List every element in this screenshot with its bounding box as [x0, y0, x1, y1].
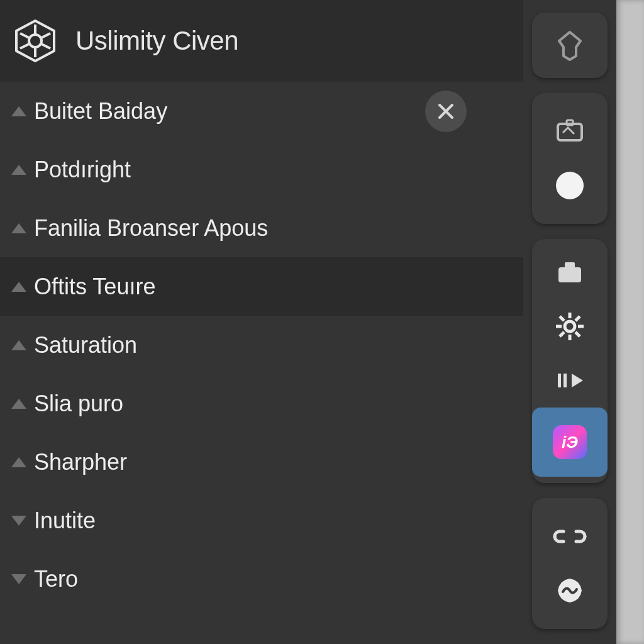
svg-marker-10 — [559, 32, 580, 60]
list-item-label: Inutite — [34, 508, 96, 534]
card-button[interactable] — [532, 104, 608, 158]
tool-sidebar: iЭ — [523, 0, 616, 644]
circle-button[interactable] — [532, 158, 608, 213]
list-item[interactable]: Tero — [0, 550, 523, 608]
list-item-label: Buitet Baiday — [34, 98, 167, 125]
list-item[interactable]: Fanilia Broanser Apous — [0, 199, 523, 257]
pin-button[interactable] — [532, 26, 608, 64]
list-item-label: Slia puro — [34, 391, 123, 417]
svg-line-21 — [575, 332, 580, 336]
list-item[interactable]: Sharpher — [0, 433, 523, 491]
wave-icon — [554, 575, 586, 606]
svg-point-15 — [565, 321, 575, 331]
triangle-up-icon — [11, 223, 26, 233]
header: Uslimity Civen — [0, 0, 523, 82]
link-icon — [552, 529, 587, 544]
camera-button[interactable] — [532, 245, 608, 299]
main-column: Uslimity Civen Buitet Baiday Potdıright — [0, 0, 523, 644]
list-item-label: Oftits Teuıre — [34, 274, 155, 300]
circle-icon — [556, 172, 584, 199]
link-button[interactable] — [532, 509, 608, 564]
card-icon — [554, 119, 586, 144]
app-root: Uslimity Civen Buitet Baiday Potdıright — [0, 0, 616, 644]
list-item-label: Saturation — [34, 332, 137, 358]
triangle-down-icon — [11, 574, 26, 584]
svg-line-22 — [575, 316, 580, 321]
svg-line-6 — [40, 33, 50, 38]
triangle-up-icon — [11, 457, 26, 467]
close-icon — [436, 102, 455, 121]
svg-rect-25 — [564, 374, 567, 387]
list-item-label: Sharpher — [34, 449, 127, 475]
triangle-up-icon — [11, 165, 26, 175]
triangle-up-icon — [11, 282, 26, 292]
list-item[interactable]: Buitet Baiday — [0, 82, 523, 140]
tool-group — [532, 13, 608, 78]
list-item[interactable]: Inutite — [0, 491, 523, 550]
list-item[interactable]: Oftits Teuıre — [0, 257, 523, 316]
svg-marker-26 — [572, 374, 583, 387]
property-list: Buitet Baiday Potdıright Fanilia Broanse… — [0, 82, 523, 644]
gear-icon — [554, 311, 586, 342]
app-badge-button[interactable]: iЭ — [532, 408, 608, 477]
svg-rect-13 — [558, 267, 581, 282]
svg-rect-14 — [565, 262, 575, 269]
right-gutter — [616, 0, 644, 644]
pin-icon — [554, 30, 586, 61]
app-logo-icon — [13, 18, 58, 64]
list-item[interactable]: Saturation — [0, 316, 523, 374]
svg-line-5 — [40, 43, 50, 48]
svg-line-20 — [560, 316, 564, 321]
wave-button[interactable] — [532, 564, 608, 618]
tool-group — [532, 498, 608, 629]
svg-rect-24 — [558, 374, 561, 387]
svg-line-4 — [20, 33, 30, 38]
svg-point-1 — [29, 35, 42, 47]
close-button[interactable] — [425, 91, 467, 132]
play-button[interactable] — [532, 353, 608, 408]
list-item[interactable]: Potdıright — [0, 140, 523, 199]
triangle-up-icon — [11, 340, 26, 350]
list-item-label: Tero — [34, 566, 78, 592]
camera-icon — [555, 260, 585, 285]
settings-button[interactable] — [532, 299, 608, 353]
svg-rect-11 — [558, 124, 582, 140]
triangle-up-icon — [11, 399, 26, 409]
svg-line-23 — [560, 332, 564, 336]
page-title: Uslimity Civen — [75, 26, 238, 56]
list-item[interactable]: Slia puro — [0, 374, 523, 433]
svg-line-7 — [20, 43, 30, 48]
list-item-label: Fanilia Broanser Apous — [34, 215, 268, 242]
triangle-down-icon — [11, 516, 26, 526]
tool-group — [532, 93, 608, 224]
triangle-up-icon — [11, 106, 26, 116]
list-item-label: Potdıright — [34, 157, 131, 183]
tool-group: iЭ — [532, 239, 608, 483]
play-icon — [554, 370, 586, 391]
app-badge-icon: iЭ — [553, 425, 587, 459]
